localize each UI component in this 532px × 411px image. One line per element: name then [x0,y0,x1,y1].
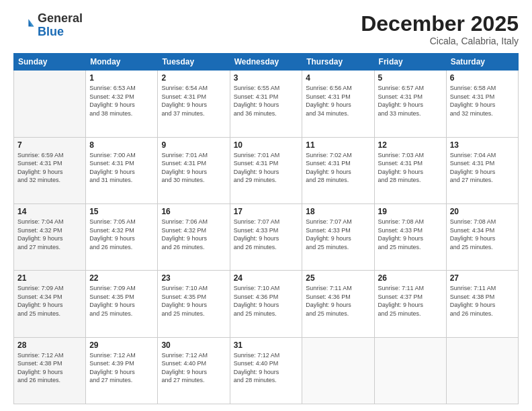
day-cell: 10Sunrise: 7:01 AM Sunset: 4:31 PM Dayli… [230,137,302,203]
day-number: 28 [17,340,82,350]
day-info: Sunrise: 7:05 AM Sunset: 4:32 PM Dayligh… [89,218,154,251]
day-cell [374,337,446,404]
day-cell: 18Sunrise: 7:07 AM Sunset: 4:33 PM Dayli… [302,203,374,270]
day-number: 6 [450,73,515,83]
col-header-monday: Monday [86,54,158,71]
day-number: 24 [234,273,299,283]
calendar-header-row: SundayMondayTuesdayWednesdayThursdayFrid… [14,54,519,71]
logo: General Blue [13,12,83,39]
day-cell: 19Sunrise: 7:08 AM Sunset: 4:33 PM Dayli… [374,203,446,270]
day-cell: 5Sunrise: 6:57 AM Sunset: 4:31 PM Daylig… [374,71,446,137]
week-row-1: 7Sunrise: 6:59 AM Sunset: 4:31 PM Daylig… [14,137,519,203]
logo-general-text: General [38,12,83,26]
day-cell: 6Sunrise: 6:58 AM Sunset: 4:31 PM Daylig… [446,71,518,137]
day-info: Sunrise: 7:10 AM Sunset: 4:36 PM Dayligh… [234,284,299,318]
day-info: Sunrise: 7:01 AM Sunset: 4:31 PM Dayligh… [234,151,299,185]
day-cell: 11Sunrise: 7:02 AM Sunset: 4:31 PM Dayli… [302,137,374,203]
day-info: Sunrise: 7:08 AM Sunset: 4:33 PM Dayligh… [378,218,443,251]
day-number: 4 [306,73,370,83]
day-cell: 28Sunrise: 7:12 AM Sunset: 4:38 PM Dayli… [14,337,86,404]
day-info: Sunrise: 7:11 AM Sunset: 4:36 PM Dayligh… [306,284,370,318]
day-info: Sunrise: 7:06 AM Sunset: 4:32 PM Dayligh… [161,218,226,251]
day-info: Sunrise: 6:57 AM Sunset: 4:31 PM Dayligh… [378,84,443,118]
day-info: Sunrise: 7:00 AM Sunset: 4:31 PM Dayligh… [89,151,154,185]
day-number: 15 [89,207,154,216]
day-number: 11 [306,140,370,150]
day-cell: 2Sunrise: 6:54 AM Sunset: 4:31 PM Daylig… [158,71,230,137]
header: General Blue December 2025 Cicala, Calab… [13,12,519,46]
col-header-sunday: Sunday [14,54,86,71]
day-info: Sunrise: 7:04 AM Sunset: 4:31 PM Dayligh… [450,151,515,185]
day-cell: 9Sunrise: 7:01 AM Sunset: 4:31 PM Daylig… [158,137,230,203]
day-info: Sunrise: 7:04 AM Sunset: 4:32 PM Dayligh… [17,218,82,251]
day-number: 7 [17,140,82,150]
week-row-3: 21Sunrise: 7:09 AM Sunset: 4:34 PM Dayli… [14,271,519,337]
month-title: December 2025 [361,12,519,36]
day-number: 16 [161,207,226,216]
day-cell: 26Sunrise: 7:11 AM Sunset: 4:37 PM Dayli… [374,271,446,337]
col-header-saturday: Saturday [446,54,518,71]
day-cell [302,337,374,404]
day-info: Sunrise: 6:56 AM Sunset: 4:31 PM Dayligh… [306,84,370,118]
day-info: Sunrise: 6:59 AM Sunset: 4:31 PM Dayligh… [17,151,82,185]
week-row-2: 14Sunrise: 7:04 AM Sunset: 4:32 PM Dayli… [14,203,519,270]
logo-icon [13,15,35,36]
day-info: Sunrise: 7:12 AM Sunset: 4:40 PM Dayligh… [161,351,226,385]
day-info: Sunrise: 7:10 AM Sunset: 4:35 PM Dayligh… [161,284,226,318]
day-cell: 25Sunrise: 7:11 AM Sunset: 4:36 PM Dayli… [302,271,374,337]
day-info: Sunrise: 7:02 AM Sunset: 4:31 PM Dayligh… [306,151,370,185]
day-info: Sunrise: 7:12 AM Sunset: 4:40 PM Dayligh… [234,351,299,385]
day-cell: 7Sunrise: 6:59 AM Sunset: 4:31 PM Daylig… [14,137,86,203]
day-info: Sunrise: 7:11 AM Sunset: 4:38 PM Dayligh… [450,284,515,318]
day-info: Sunrise: 6:58 AM Sunset: 4:31 PM Dayligh… [450,84,515,118]
day-info: Sunrise: 6:54 AM Sunset: 4:31 PM Dayligh… [161,84,226,118]
col-header-friday: Friday [374,54,446,71]
day-number: 26 [378,273,443,283]
day-info: Sunrise: 6:53 AM Sunset: 4:32 PM Dayligh… [89,84,154,118]
day-number: 2 [161,73,226,83]
day-cell: 8Sunrise: 7:00 AM Sunset: 4:31 PM Daylig… [86,137,158,203]
day-number: 10 [234,140,299,150]
page: General Blue December 2025 Cicala, Calab… [0,0,532,411]
day-info: Sunrise: 7:01 AM Sunset: 4:31 PM Dayligh… [161,151,226,185]
day-cell: 4Sunrise: 6:56 AM Sunset: 4:31 PM Daylig… [302,71,374,137]
day-cell: 27Sunrise: 7:11 AM Sunset: 4:38 PM Dayli… [446,271,518,337]
day-cell [446,337,518,404]
day-cell: 29Sunrise: 7:12 AM Sunset: 4:39 PM Dayli… [86,337,158,404]
calendar: SundayMondayTuesdayWednesdayThursdayFrid… [13,53,519,404]
day-number: 9 [161,140,226,150]
col-header-thursday: Thursday [302,54,374,71]
day-cell: 22Sunrise: 7:09 AM Sunset: 4:35 PM Dayli… [86,271,158,337]
day-cell: 24Sunrise: 7:10 AM Sunset: 4:36 PM Dayli… [230,271,302,337]
day-number: 12 [378,140,443,150]
day-cell: 14Sunrise: 7:04 AM Sunset: 4:32 PM Dayli… [14,203,86,270]
day-number: 13 [450,140,515,150]
day-info: Sunrise: 7:12 AM Sunset: 4:38 PM Dayligh… [17,351,82,385]
day-cell: 23Sunrise: 7:10 AM Sunset: 4:35 PM Dayli… [158,271,230,337]
day-number: 19 [378,207,443,216]
day-info: Sunrise: 6:55 AM Sunset: 4:31 PM Dayligh… [234,84,299,118]
day-info: Sunrise: 7:07 AM Sunset: 4:33 PM Dayligh… [234,218,299,251]
day-cell: 31Sunrise: 7:12 AM Sunset: 4:40 PM Dayli… [230,337,302,404]
calendar-body: 1Sunrise: 6:53 AM Sunset: 4:32 PM Daylig… [14,71,519,404]
day-cell: 15Sunrise: 7:05 AM Sunset: 4:32 PM Dayli… [86,203,158,270]
day-number: 8 [89,140,154,150]
day-number: 20 [450,207,515,216]
day-cell: 13Sunrise: 7:04 AM Sunset: 4:31 PM Dayli… [446,137,518,203]
day-info: Sunrise: 7:12 AM Sunset: 4:39 PM Dayligh… [89,351,154,385]
day-info: Sunrise: 7:08 AM Sunset: 4:34 PM Dayligh… [450,218,515,251]
day-number: 29 [89,340,154,350]
week-row-4: 28Sunrise: 7:12 AM Sunset: 4:38 PM Dayli… [14,337,519,404]
day-info: Sunrise: 7:09 AM Sunset: 4:34 PM Dayligh… [17,284,82,318]
day-number: 17 [234,207,299,216]
day-number: 18 [306,207,370,216]
logo-blue-text: Blue [38,26,83,39]
day-cell: 30Sunrise: 7:12 AM Sunset: 4:40 PM Dayli… [158,337,230,404]
day-info: Sunrise: 7:07 AM Sunset: 4:33 PM Dayligh… [306,218,370,251]
day-cell [14,71,86,137]
col-header-tuesday: Tuesday [158,54,230,71]
day-number: 22 [89,273,154,283]
day-info: Sunrise: 7:11 AM Sunset: 4:37 PM Dayligh… [378,284,443,318]
day-cell: 12Sunrise: 7:03 AM Sunset: 4:31 PM Dayli… [374,137,446,203]
day-cell: 3Sunrise: 6:55 AM Sunset: 4:31 PM Daylig… [230,71,302,137]
